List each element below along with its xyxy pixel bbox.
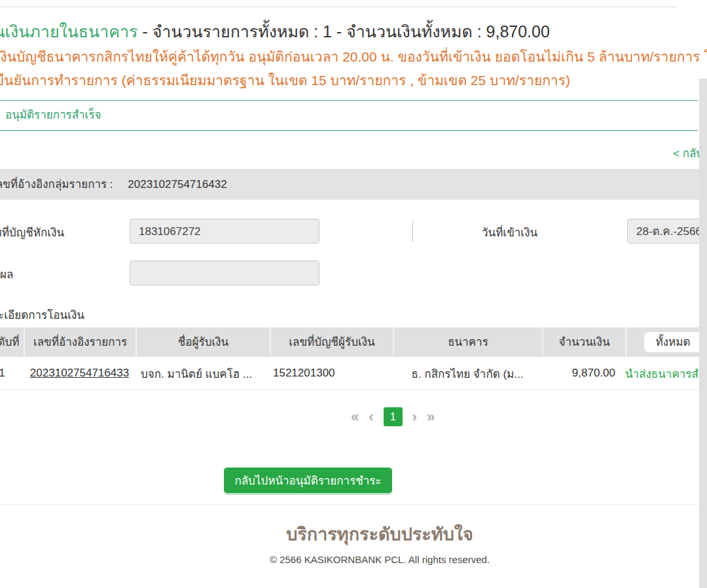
col-header-amount: จำนวนเงิน xyxy=(542,327,625,357)
col-header-payee-name: ชื่อผู้รับเงิน xyxy=(136,327,270,357)
row-payee-account: 1521201300 xyxy=(270,367,393,380)
top-divider xyxy=(0,7,678,7)
col-header-status-filter: ทั้งหมด xyxy=(625,327,707,357)
row-sequence: 1 xyxy=(0,367,24,380)
value-date-input[interactable]: 28-ต.ค.-2566 xyxy=(627,219,707,244)
col-header-sequence: ลำดับที่ xyxy=(0,327,24,357)
debit-account-label: เลขที่บัญชีหักเงิน xyxy=(0,223,64,241)
pagination: « ‹ 1 › » xyxy=(351,407,435,426)
page-title: โอนเงินภายในธนาคาร - จำนวนรายการทั้งหมด … xyxy=(0,18,550,45)
footer-divider xyxy=(0,504,698,505)
pagination-next-button[interactable]: › xyxy=(412,408,417,426)
pagination-last-button[interactable]: » xyxy=(427,408,435,426)
row-amount: 9,870.00 xyxy=(542,367,625,380)
table-row: 1 2023102754716433 บจก. มานิตย์ แบคโฮ ..… xyxy=(0,357,707,390)
col-header-bank: ธนาคาร xyxy=(393,327,542,357)
transfer-details-label: รายละเอียดการโอนเงิน xyxy=(0,306,84,323)
form-column-divider xyxy=(412,221,413,242)
notice-line-2: ยืนยันการทำรายการ (ค่าธรรมเนียมมาตรฐาน ใ… xyxy=(0,69,570,91)
group-reference-label: เลขที่อ้างอิงกลุ่มรายการ : xyxy=(0,178,113,191)
pagination-current-page[interactable]: 1 xyxy=(384,407,403,426)
vertical-scrollbar[interactable] xyxy=(699,79,707,588)
row-bank: ธ. กสิกรไทย จำกัด (ม... xyxy=(393,365,542,382)
tab-top-border xyxy=(0,100,698,101)
pagination-prev-button[interactable]: ‹ xyxy=(369,408,373,426)
status-filter-dropdown[interactable]: ทั้งหมด xyxy=(644,332,707,352)
reason-input[interactable] xyxy=(130,261,319,285)
page-title-green: โอนเงินภายในธนาคาร xyxy=(0,22,137,41)
row-reference-link[interactable]: 2023102754716433 xyxy=(30,367,129,379)
pagination-first-button[interactable]: « xyxy=(351,408,359,426)
transfer-table: ลำดับที่ เลขที่อ้างอิงรายการ ชื่อผู้รับเ… xyxy=(0,327,707,390)
col-header-reference: เลขที่อ้างอิงรายการ xyxy=(24,327,136,357)
debit-account-input[interactable]: 1831067272 xyxy=(130,219,319,244)
col-header-payee-account: เลขที่บัญชีผู้รับเงิน xyxy=(270,327,393,357)
tab-approved-success[interactable]: อนุมัติรายการสำเร็จ xyxy=(5,105,101,123)
group-reference-value: 2023102754716432 xyxy=(128,178,227,191)
footer-copyright: © 2566 KASIKORNBANK PCL. All rights rese… xyxy=(0,554,707,565)
footer-slogan: บริการทุกระดับประทับใจ xyxy=(0,520,707,548)
back-to-approval-button[interactable]: กลับไปหน้าอนุมัติรายการชำระเงิน xyxy=(224,468,392,493)
page-title-summary: - จำนวนรายการทั้งหมด : 1 - จำนวนเงินทั้ง… xyxy=(137,22,549,41)
notice-line-1: โอนเงินบัญชีธนาคารกสิกรไทยให้คู่ค้าได้ทุ… xyxy=(0,46,707,67)
group-reference-bar: เลขที่อ้างอิงกลุ่มรายการ : 2023102754716… xyxy=(0,169,707,200)
table-header-row: ลำดับที่ เลขที่อ้างอิงรายการ ชื่อผู้รับเ… xyxy=(0,327,707,357)
row-status: นำส่งธนาคารสำเร็จ xyxy=(625,365,707,382)
reason-label: เหตุผล xyxy=(0,265,13,283)
row-payee-name: บจก. มานิตย์ แบคโฮ ... xyxy=(136,365,270,382)
value-date-label: วันที่เข้าเงิน xyxy=(482,223,537,241)
tab-bottom-border xyxy=(0,130,698,131)
